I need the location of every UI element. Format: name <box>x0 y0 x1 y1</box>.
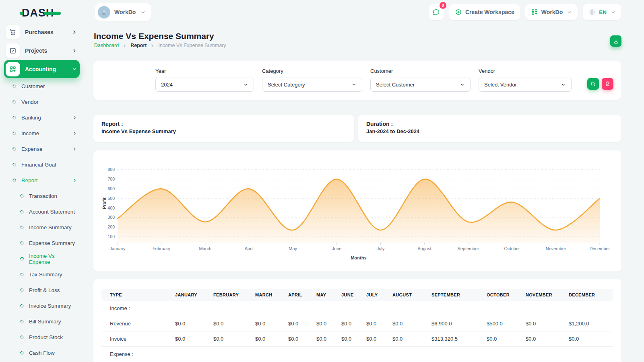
sidebar-item-label: Transaction <box>29 193 57 199</box>
cell-value: $0.0 <box>478 331 517 347</box>
chat-icon <box>432 8 440 16</box>
x-tick-label: November <box>546 246 566 251</box>
sidebar-item-bill-summary[interactable]: Bill Summary <box>0 314 85 329</box>
chevron-right-icon <box>72 131 77 136</box>
sidebar-item-income-summary[interactable]: Income Summary <box>0 220 85 235</box>
duration-value: Jan-2024 to Dec-2024 <box>358 128 621 134</box>
cell-value: $0.0 <box>167 316 205 331</box>
bullet-donut-icon <box>19 209 25 214</box>
column-header-march: MARCH <box>247 289 280 301</box>
sidebar-item-income[interactable]: Income <box>0 125 85 141</box>
column-header-may: MAY <box>308 289 333 301</box>
sidebar-item-transaction[interactable]: Transaction <box>0 188 85 204</box>
sidebar-item-label: Bill Summary <box>29 319 61 325</box>
chevron-down-icon <box>611 10 616 15</box>
bullet-donut-icon <box>19 193 25 199</box>
workspace-menu-button[interactable]: WorkDo <box>525 4 578 20</box>
sidebar-item-report[interactable]: Report <box>0 173 85 188</box>
sidebar-item-product-stock[interactable]: Product Stock <box>0 329 85 345</box>
sidebar-item-label: Report <box>21 177 38 183</box>
year-select[interactable]: 2024 <box>155 78 254 92</box>
download-button[interactable] <box>610 35 621 47</box>
column-header-june: JUNE <box>333 289 358 301</box>
table-section-label: Expense : <box>101 347 613 362</box>
column-header-december: DECEMBER <box>560 289 613 301</box>
create-workspace-label: Create Workspace <box>465 9 514 15</box>
cell-value: $0.0 <box>167 331 205 347</box>
sidebar-item-accounting[interactable]: Accounting <box>4 60 80 78</box>
customer-label: Customer <box>370 68 471 74</box>
sidebar-item-purchases[interactable]: Purchases <box>4 23 80 41</box>
bullet-donut-icon <box>12 146 17 152</box>
download-icon <box>613 38 619 44</box>
cell-value: $0.0 <box>280 331 308 347</box>
sidebar-item-banking[interactable]: Banking <box>0 110 85 125</box>
sidebar-item-label: Expense <box>21 146 43 152</box>
column-header-august: AUGUST <box>384 289 423 301</box>
sidebar: DASH PurchasesProjectsAccounting Custome… <box>0 0 85 362</box>
sidebar-item-label: Banking <box>21 115 41 121</box>
category-label: Category <box>262 68 362 74</box>
report-label: Report : <box>93 115 354 128</box>
chevron-down-icon <box>567 10 572 15</box>
cell-value: $0.0 <box>333 316 358 331</box>
sidebar-item-income-vs-expense[interactable]: Income Vs Expense <box>0 251 85 267</box>
y-tick-label: 400 <box>107 206 115 210</box>
bullet-donut-icon <box>12 162 17 167</box>
column-header-november: NOVEMBER <box>517 289 560 301</box>
sidebar-sub-nav: CustomerVendorBankingIncomeExpenseFinanc… <box>0 78 85 361</box>
messages-badge: 0 <box>440 2 446 9</box>
column-header-july: JULY <box>358 289 384 301</box>
messages-button[interactable]: 0 <box>429 4 444 20</box>
language-label: EN <box>599 9 607 15</box>
y-tick-label: 600 <box>107 186 115 191</box>
customer-select[interactable]: Select Customer <box>370 78 471 92</box>
chevron-down-icon <box>561 82 566 87</box>
column-header-january: JANUARY <box>167 289 205 301</box>
bullet-donut-icon <box>12 115 17 120</box>
report-value: Income Vs Expense Summary <box>93 128 354 134</box>
cell-value: $0.0 <box>205 316 247 331</box>
sidebar-item-customer[interactable]: Customer <box>0 78 85 94</box>
cell-value: $0.0 <box>517 316 560 331</box>
search-icon <box>590 81 596 87</box>
apply-filter-button[interactable] <box>587 78 599 90</box>
vendor-value: Select Vendor <box>484 82 517 88</box>
sidebar-item-profit-loss[interactable]: Profit & Loss <box>0 282 85 298</box>
language-selector[interactable]: EN <box>583 4 621 20</box>
chevron-down-icon <box>72 66 77 72</box>
cell-value: $0.0 <box>247 331 280 347</box>
duration-summary-card: Duration : Jan-2024 to Dec-2024 <box>358 115 621 142</box>
page-title: Income Vs Expense Summary <box>94 31 214 41</box>
category-value: Select Category <box>268 82 305 88</box>
workspace-switcher[interactable]: WorkDo <box>95 3 151 21</box>
breadcrumb: Dashboard Report Income Vs Expense Summa… <box>94 43 226 48</box>
sidebar-item-projects[interactable]: Projects <box>4 41 80 60</box>
chevron-down-icon <box>243 82 248 87</box>
create-workspace-button[interactable]: Create Workspace <box>449 4 520 20</box>
app-logo[interactable]: DASH <box>22 6 54 19</box>
sidebar-item-account-statement[interactable]: Account Statement <box>0 204 85 220</box>
category-select[interactable]: Select Category <box>262 78 362 92</box>
vendor-label: Vendor <box>479 68 572 74</box>
table-section-label: Income : <box>101 301 613 316</box>
sidebar-item-tax-summary[interactable]: Tax Summary <box>0 267 85 282</box>
breadcrumb-dashboard[interactable]: Dashboard <box>94 43 119 48</box>
vendor-select[interactable]: Select Vendor <box>479 78 572 92</box>
breadcrumb-report[interactable]: Report <box>130 43 147 48</box>
sidebar-item-vendor[interactable]: Vendor <box>0 94 85 110</box>
sidebar-item-expense[interactable]: Expense <box>0 141 85 157</box>
x-tick-label: February <box>153 246 171 251</box>
sidebar-item-invoice-summary[interactable]: Invoice Summary <box>0 298 85 314</box>
sidebar-item-label: Account Statement <box>29 209 75 215</box>
cell-value: $1,200.0 <box>560 316 613 331</box>
profit-chart-card: 100200300400500600700800JanuaryFebruaryM… <box>93 150 621 272</box>
sidebar-item-expense-summary[interactable]: Expense Summary <box>0 235 85 251</box>
sidebar-main-nav: PurchasesProjectsAccounting <box>0 23 85 78</box>
table-section-row: Expense : <box>101 347 613 362</box>
sidebar-item-financial-goal[interactable]: Financial Goal <box>0 157 85 173</box>
sidebar-item-cash-flow[interactable]: Cash Flow <box>0 345 85 361</box>
y-tick-label: 800 <box>107 167 115 172</box>
reset-filter-button[interactable] <box>602 78 613 90</box>
filter-panel: Year 2024 Category Select Category Custo… <box>93 61 621 100</box>
